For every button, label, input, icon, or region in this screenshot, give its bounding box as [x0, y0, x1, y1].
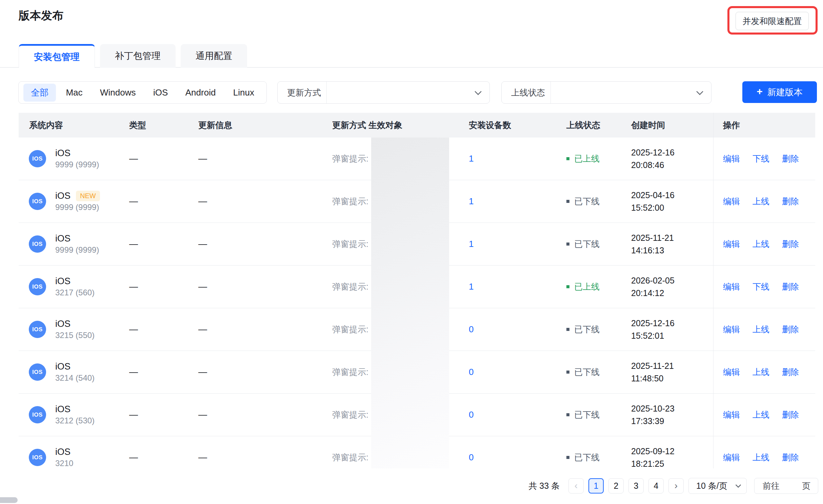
update-info-cell: — [198, 153, 332, 164]
os-filter-option[interactable]: 全部 [23, 84, 56, 102]
device-count-link[interactable]: 1 [469, 153, 474, 164]
type-cell: — [129, 410, 198, 420]
created-date: 2026-02-05 [631, 276, 675, 286]
status-label: 已下线 [574, 238, 600, 250]
os-filter-option[interactable]: iOS [146, 84, 175, 101]
system-content-cell: IOS iOS 3210 [19, 447, 129, 468]
edit-link[interactable]: 编辑 [723, 281, 740, 292]
delete-link[interactable]: 删除 [782, 409, 799, 420]
actions-cell: 编辑 上线 删除 [713, 351, 815, 393]
created-time: 17:33:39 [631, 416, 664, 426]
toggle-online-link[interactable]: 下线 [752, 281, 769, 292]
toggle-online-link[interactable]: 上线 [752, 452, 769, 463]
toggle-online-link[interactable]: 下线 [752, 153, 769, 164]
device-count-link[interactable]: 0 [469, 367, 474, 377]
device-count-link[interactable]: 1 [469, 196, 474, 207]
plus-icon: + [757, 86, 763, 97]
chevron-down-icon [736, 482, 741, 488]
tab-item[interactable]: 通用配置 [181, 44, 247, 68]
device-count-link[interactable]: 0 [469, 324, 474, 335]
actions-cell: 编辑 上线 删除 [713, 223, 815, 265]
os-filter-option[interactable]: Windows [93, 84, 143, 101]
page-number-button[interactable]: 1 [588, 478, 604, 493]
system-content-cell: IOS iOS 3215 (550) [19, 319, 129, 340]
status-cell: 已下线 [566, 238, 631, 250]
type-cell: — [129, 452, 198, 463]
update-method-select[interactable]: 更新方式 [277, 81, 490, 104]
tab-item[interactable]: 补丁包管理 [100, 44, 176, 68]
edit-link[interactable]: 编辑 [723, 409, 740, 420]
delete-link[interactable]: 删除 [782, 452, 799, 463]
versions-table: 系统内容 类型 更新信息 更新方式 生效对象 安装设备数 上线状态 创建时间 操… [19, 113, 815, 468]
jump-prefix-label: 前往 [763, 480, 780, 491]
actions-cell: 编辑 上线 删除 [713, 308, 815, 351]
toggle-online-link[interactable]: 上线 [752, 366, 769, 378]
edit-link[interactable]: 编辑 [723, 366, 740, 378]
device-count-cell: 0 [469, 410, 566, 420]
status-label: 已下线 [574, 452, 600, 463]
status-cell: 已下线 [566, 409, 631, 420]
delete-link[interactable]: 删除 [782, 196, 799, 207]
device-count-cell: 0 [469, 452, 566, 463]
edit-link[interactable]: 编辑 [723, 153, 740, 164]
edit-link[interactable]: 编辑 [723, 196, 740, 207]
page-number-button[interactable]: 2 [608, 478, 624, 493]
created-time-cell: 2025-09-12 18:21:25 [631, 446, 713, 469]
online-status-select[interactable]: 上线状态 [501, 81, 711, 104]
edit-link[interactable]: 编辑 [723, 324, 740, 335]
column-header-actions: 操作 [713, 113, 815, 138]
ios-icon: IOS [29, 278, 46, 295]
toggle-online-link[interactable]: 上线 [752, 238, 769, 250]
delete-link[interactable]: 删除 [782, 281, 799, 292]
page-number-button[interactable]: 3 [628, 478, 644, 493]
previous-page-button[interactable]: ‹ [568, 478, 584, 493]
os-filter-option[interactable]: Linux [226, 84, 262, 101]
status-label: 已上线 [574, 153, 600, 164]
toggle-online-link[interactable]: 上线 [752, 409, 769, 420]
column-header-update-info: 更新信息 [198, 120, 332, 131]
created-time-cell: 2025-11-21 11:48:50 [631, 361, 713, 383]
page-size-select[interactable]: 10 条/页 [688, 478, 747, 494]
status-dot-icon [566, 456, 569, 459]
tab-item[interactable]: 安装包管理 [19, 44, 95, 68]
delete-link[interactable]: 删除 [782, 324, 799, 335]
horizontal-scrollbar-thumb[interactable] [0, 497, 18, 503]
created-date: 2025-12-16 [631, 148, 675, 158]
status-dot-icon [566, 157, 569, 160]
created-time: 15:52:01 [631, 331, 664, 341]
os-filter-option[interactable]: Mac [58, 84, 90, 101]
edit-link[interactable]: 编辑 [723, 452, 740, 463]
page-number-button[interactable]: 4 [648, 478, 664, 493]
chevron-down-icon [475, 88, 482, 95]
version-release-page: 版本发布 并发和限速配置 安装包管理 补丁包管理 通用配置 全部 Mac Win… [0, 0, 823, 504]
delete-link[interactable]: 删除 [782, 153, 799, 164]
device-count-link[interactable]: 1 [469, 281, 474, 292]
toggle-online-link[interactable]: 上线 [752, 196, 769, 207]
annotation-highlight-box [727, 6, 818, 35]
version-number: 3217 (560) [55, 288, 95, 297]
created-time-cell: 2025-12-16 20:08:46 [631, 148, 713, 170]
ios-icon: IOS [29, 449, 46, 466]
delete-link[interactable]: 删除 [782, 238, 799, 250]
new-version-button[interactable]: + 新建版本 [742, 81, 817, 103]
device-count-link[interactable]: 0 [469, 410, 474, 420]
device-count-link[interactable]: 0 [469, 452, 474, 463]
os-filter-option[interactable]: Android [178, 84, 223, 101]
type-cell: — [129, 281, 198, 292]
toggle-online-link[interactable]: 上线 [752, 324, 769, 335]
actions-cell: 编辑 下线 删除 [713, 266, 815, 308]
created-date: 2025-11-21 [631, 233, 674, 243]
created-time: 15:52:00 [631, 203, 664, 213]
system-content-cell: IOS iOS 3212 (530) [19, 404, 129, 425]
device-count-cell: 0 [469, 324, 566, 335]
next-page-button[interactable]: › [668, 478, 684, 493]
type-cell: — [129, 367, 198, 377]
jump-page-input[interactable] [782, 481, 799, 491]
delete-link[interactable]: 删除 [782, 366, 799, 378]
device-count-link[interactable]: 1 [469, 239, 474, 249]
version-number: 9999 (9999) [55, 160, 99, 169]
page-title: 版本发布 [19, 8, 63, 23]
status-dot-icon [566, 200, 569, 203]
edit-link[interactable]: 编辑 [723, 238, 740, 250]
new-version-button-label: 新建版本 [767, 86, 803, 98]
